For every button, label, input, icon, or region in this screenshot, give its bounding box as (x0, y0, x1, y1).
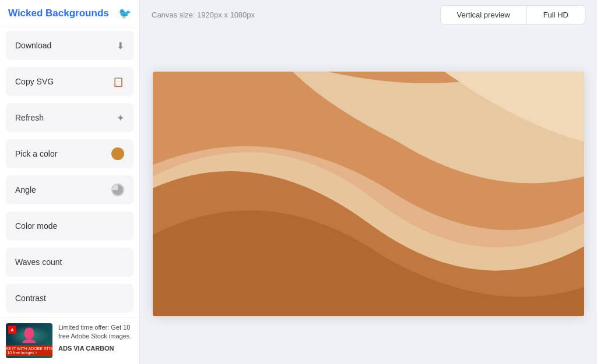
wave-svg (153, 72, 584, 316)
ad-offer-text: Limited time offer: Get 10 free Adobe St… (58, 323, 134, 341)
color-mode-label: Color mode (15, 221, 57, 231)
waves-count-label: Waves count (15, 257, 62, 267)
ad-cta-label[interactable]: ADS VIA CARBON (58, 345, 134, 352)
pick-color-button[interactable]: Pick a color (6, 139, 134, 168)
canvas-size-label: Canvas size: 1920px x 1080px (152, 10, 255, 19)
angle-label: Angle (15, 185, 36, 195)
vertical-preview-button[interactable]: Vertical preview (440, 5, 527, 24)
copy-svg-icon: 📋 (113, 76, 124, 87)
adobe-logo-icon: A (8, 326, 16, 334)
canvas-area (140, 29, 597, 364)
topbar: Canvas size: 1920px x 1080px Vertical pr… (140, 0, 597, 29)
ad-bar: MAKE IT WITH ADOBE STOCK.Get 10 free ima… (6, 345, 52, 356)
main-content: Canvas size: 1920px x 1080px Vertical pr… (140, 0, 597, 364)
angle-button[interactable]: Angle (6, 175, 134, 204)
refresh-icon: ✦ (117, 112, 124, 123)
app-title[interactable]: Wicked Backgrounds (8, 8, 109, 19)
download-icon: ⬇ (117, 40, 124, 51)
download-label: Download (15, 41, 51, 50)
refresh-label: Refresh (15, 113, 44, 122)
pick-color-label: Pick a color (15, 149, 57, 158)
contrast-label: Contrast (15, 294, 46, 303)
color-mode-button[interactable]: Color mode (6, 211, 134, 241)
angle-icon (111, 183, 124, 196)
ad-section: A MAKE IT WITH ADOBE STOCK.Get 10 free i… (0, 317, 139, 364)
copy-svg-label: Copy SVG (15, 77, 54, 86)
ad-image[interactable]: A MAKE IT WITH ADOBE STOCK.Get 10 free i… (6, 323, 52, 358)
twitter-icon[interactable]: 🐦 (118, 7, 131, 20)
view-buttons: Vertical preview Full HD (440, 5, 585, 24)
refresh-button[interactable]: Refresh ✦ (6, 103, 134, 132)
ad-text: Limited time offer: Get 10 free Adobe St… (58, 323, 134, 352)
sidebar: Wicked Backgrounds 🐦 Download ⬇ Copy SVG… (0, 0, 140, 364)
contrast-button[interactable]: Contrast (6, 284, 134, 313)
canvas-preview (153, 72, 584, 316)
full-hd-button[interactable]: Full HD (527, 5, 585, 24)
copy-svg-button[interactable]: Copy SVG 📋 (6, 67, 134, 96)
color-swatch (111, 147, 124, 160)
download-button[interactable]: Download ⬇ (6, 31, 134, 60)
sidebar-header: Wicked Backgrounds 🐦 (0, 0, 139, 27)
waves-count-button[interactable]: Waves count (6, 248, 134, 277)
